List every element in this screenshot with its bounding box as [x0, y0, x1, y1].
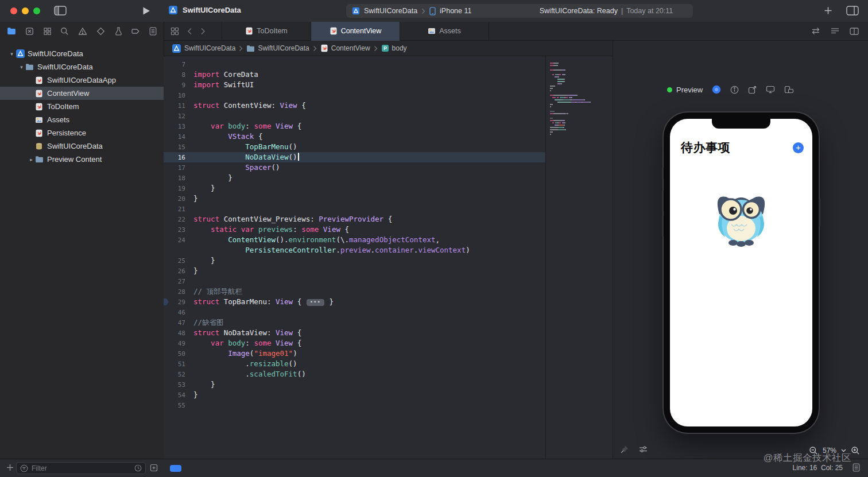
swift-icon: [320, 44, 328, 52]
sidebar-item-swiftuicoredata[interactable]: ▾SwiftUICoreData: [0, 47, 164, 60]
breakpoint-navigator-icon[interactable]: [131, 27, 140, 36]
report-navigator-icon[interactable]: [149, 27, 157, 36]
preview-canvas: Preview 待办事项 +: [613, 41, 868, 459]
disclosure-down-icon[interactable]: ▾: [18, 64, 25, 70]
line-col-indicator[interactable]: Line: 16 Col: 25: [793, 464, 843, 472]
line-number: 19: [164, 183, 185, 193]
sidebar-item-persistence[interactable]: Persistence: [0, 126, 164, 139]
project-navigator-icon[interactable]: [7, 27, 16, 35]
issue-navigator-icon[interactable]: [78, 27, 87, 36]
line-number: 48: [164, 328, 185, 338]
activity-view: SwiftUICoreData: Ready | Today at 20:11: [520, 4, 693, 18]
add-editor-icon[interactable]: [824, 6, 832, 15]
scheme-app-icon: [352, 7, 360, 15]
code-line-23: 23 static var previews: some View {: [164, 224, 545, 235]
add-todo-button[interactable]: +: [793, 142, 804, 153]
sidebar-item-swiftuicoredata[interactable]: SwiftUICoreData: [0, 139, 164, 153]
canvas-settings-icon[interactable]: [639, 445, 648, 454]
line-number: 46: [164, 307, 185, 317]
source-control-navigator-icon[interactable]: [25, 27, 34, 36]
preview-status: Preview: [667, 86, 703, 94]
close-window-button[interactable]: [10, 7, 17, 14]
volume-up-button: [662, 191, 664, 211]
recent-files-icon[interactable]: [134, 464, 142, 472]
line-number: 47: [164, 317, 185, 328]
swift-icon: [35, 129, 45, 137]
line-number: 28: [164, 286, 185, 297]
sidebar-item-todoitem[interactable]: ToDoItem: [0, 100, 164, 113]
sidebar-item-swiftuicoredataapp[interactable]: SwiftUICoreDataApp: [0, 73, 164, 87]
sidebar-item-preview-content[interactable]: ▸Preview Content: [0, 153, 164, 166]
breadcrumb-item-contentview[interactable]: ContentView: [320, 44, 370, 52]
line-number: 16: [164, 152, 185, 162]
breadcrumb-item-body[interactable]: Pbody: [381, 44, 407, 52]
code-review-icon[interactable]: [811, 27, 820, 35]
scheme-selector[interactable]: SwiftUICoreData iPhone 11: [346, 4, 527, 18]
title-bar: SwiftUICoreData SwiftUICoreData iPhone 1…: [0, 0, 868, 22]
editor-tab-todoitem[interactable]: ToDoItem: [222, 22, 311, 41]
toggle-sidebar-icon[interactable]: [54, 6, 67, 15]
symbol-navigator-icon[interactable]: [43, 27, 52, 36]
related-items-icon[interactable]: [170, 27, 179, 36]
find-navigator-icon[interactable]: [60, 27, 69, 36]
device-settings-button[interactable]: [784, 86, 794, 94]
pin-preview-icon[interactable]: [620, 445, 629, 454]
scheme-app-label[interactable]: SwiftUICoreData: [364, 7, 417, 15]
code-line-11: 11struct ContentView: View {: [164, 100, 545, 111]
document-items-icon[interactable]: [852, 463, 860, 472]
minimap-menu-icon[interactable]: [831, 28, 839, 35]
add-split-editor-icon[interactable]: [850, 28, 859, 35]
source-editor[interactable]: 78import CoreData9import SwiftUI1011stru…: [164, 56, 545, 459]
filter-field[interactable]: Filter: [16, 462, 146, 474]
chevron-right-icon: [313, 45, 317, 52]
zoom-in-icon[interactable]: [851, 446, 860, 455]
chevron-right-icon: [421, 8, 425, 14]
line-number: 22: [164, 214, 185, 224]
breadcrumb-item-swiftuicoredata[interactable]: SwiftUICoreData: [172, 44, 235, 53]
preview-screen[interactable]: 待办事项 +: [670, 119, 812, 426]
forward-icon[interactable]: [200, 28, 206, 35]
code-line-8: 8import CoreData: [164, 69, 545, 80]
jump-bar[interactable]: SwiftUICoreDataSwiftUICoreDataContentVie…: [164, 41, 621, 56]
breakpoints-toggle[interactable]: [170, 465, 181, 472]
sidebar-item-contentview[interactable]: ContentView: [0, 87, 164, 100]
disclosure-right-icon[interactable]: ▸: [28, 157, 35, 162]
debug-navigator-icon[interactable]: [114, 27, 123, 36]
code-line-21: 21: [164, 204, 545, 214]
folded-code-pill[interactable]: •••: [307, 299, 324, 306]
swift-icon: [35, 90, 45, 98]
run-button[interactable]: [142, 6, 150, 15]
line-number: 7: [164, 59, 185, 69]
folder-icon: [35, 156, 45, 163]
editor-layout-icon[interactable]: [846, 6, 859, 15]
inspect-preview-button[interactable]: [730, 86, 739, 94]
line-number: 24: [164, 235, 185, 245]
minimize-window-button[interactable]: [22, 7, 29, 14]
sidebar-item-swiftuicoredata[interactable]: ▾SwiftUICoreData: [0, 60, 164, 73]
code-line-28: 28// 顶部导航栏: [164, 286, 545, 297]
project-icon: [168, 5, 178, 15]
code-line-27: 27: [164, 276, 545, 286]
editor-minimap[interactable]: [545, 56, 613, 459]
editor-tab-assets[interactable]: Assets: [400, 22, 489, 41]
back-icon[interactable]: [187, 28, 192, 35]
code-line-19: 19 }: [164, 183, 545, 193]
zoom-window-button[interactable]: [33, 7, 40, 14]
disclosure-down-icon[interactable]: ▾: [8, 51, 16, 57]
svg-text:P: P: [383, 45, 387, 51]
editor-tab-contentview[interactable]: ContentView: [311, 22, 400, 41]
folder-icon: [246, 45, 255, 52]
add-file-icon[interactable]: [6, 464, 14, 471]
assets-icon: [35, 116, 45, 124]
code-line-25: 25 }: [164, 255, 545, 266]
live-preview-button[interactable]: [712, 85, 721, 94]
duplicate-preview-button[interactable]: [748, 86, 757, 94]
line-number: 27: [164, 276, 185, 286]
breadcrumb-item-swiftuicoredata[interactable]: SwiftUICoreData: [246, 44, 309, 52]
preview-on-device-button[interactable]: [766, 86, 775, 94]
scheme-device-label[interactable]: iPhone 11: [440, 7, 471, 15]
sidebar-item-assets[interactable]: Assets: [0, 113, 164, 126]
scope-filter-icon[interactable]: [150, 464, 158, 472]
test-navigator-icon[interactable]: [96, 27, 105, 36]
swift-file-icon: [330, 27, 338, 35]
